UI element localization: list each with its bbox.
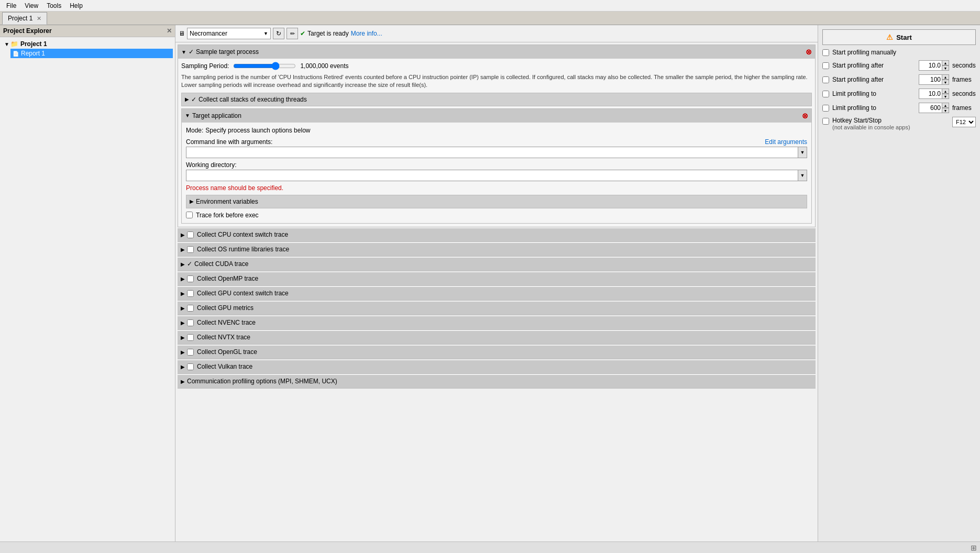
start-button-label: Start	[896, 34, 912, 41]
menu-view[interactable]: View	[20, 1, 42, 10]
sidebar-item-project1[interactable]: ▼ 📁 Project 1	[2, 39, 173, 49]
sample-target-section: ▼ ✓ Sample target process ⊗ Sampling Per…	[178, 45, 816, 227]
command-line-label: Command line with arguments:	[186, 138, 272, 146]
collect-row-5-label: Collect GPU metrics	[197, 304, 254, 312]
working-dir-input[interactable]	[186, 170, 798, 181]
sampling-period-slider[interactable]	[233, 62, 296, 70]
collect-row-2-arrow-icon: ▶	[181, 261, 185, 267]
env-vars-header[interactable]: ▶ Environment variables	[186, 195, 807, 208]
collect-row-9-label: Collect Vulkan trace	[197, 363, 252, 370]
report-name: Report 1	[21, 50, 45, 57]
start-after-frames-unit: frames	[952, 76, 976, 83]
collect-row-6-checkbox[interactable]	[187, 319, 194, 326]
collect-row-3-checkbox[interactable]	[187, 275, 194, 282]
menu-help[interactable]: Help	[65, 1, 87, 10]
collect-row-6-arrow-icon: ▶	[181, 320, 185, 326]
collect-row-4-checkbox[interactable]	[187, 290, 194, 297]
limit-seconds-down-btn[interactable]: ▼	[942, 94, 949, 99]
target-app-header[interactable]: ▼ Target application ⊗	[182, 109, 811, 123]
process-error-text: Process name should be specified.	[186, 184, 807, 192]
start-button[interactable]: ⚠ Start	[822, 29, 976, 45]
collect-row-9-checkbox[interactable]	[187, 363, 194, 370]
collect-row-6[interactable]: ▶ Collect NVENC trace	[178, 316, 816, 330]
tabbar: Project 1 ✕	[0, 12, 980, 25]
collect-row-1-checkbox[interactable]	[187, 246, 194, 253]
target-app-label: Target application	[192, 112, 241, 119]
working-dir-row: Working directory: ▼	[186, 161, 807, 181]
edit-arguments-link[interactable]: Edit arguments	[765, 138, 807, 146]
limit-seconds-input[interactable]	[919, 89, 942, 99]
collect-row-5[interactable]: ▶ Collect GPU metrics	[178, 302, 816, 315]
more-info-link[interactable]: More info...	[351, 30, 382, 37]
menubar: File View Tools Help	[0, 0, 980, 12]
env-vars-arrow-icon: ▶	[190, 198, 194, 204]
device-dropdown[interactable]: Necromancer ▼	[187, 28, 271, 39]
sample-target-header[interactable]: ▼ ✓ Sample target process ⊗	[178, 45, 815, 59]
trace-fork-checkbox[interactable]	[186, 212, 193, 218]
limit-frames-unit: frames	[952, 104, 976, 112]
call-stacks-label: Collect call stacks of executing threads	[199, 96, 307, 103]
limit-frames-checkbox[interactable]	[822, 105, 829, 112]
collect-row-10-label: Communication profiling options (MPI, SH…	[187, 378, 337, 385]
collect-row-10[interactable]: ▶ Communication profiling options (MPI, …	[178, 375, 816, 389]
command-line-row: Command line with arguments: Edit argume…	[186, 138, 807, 158]
limit-frames-input[interactable]	[919, 103, 942, 113]
hotkey-checkbox[interactable]	[822, 118, 829, 125]
settings-button[interactable]: ✏	[287, 28, 298, 39]
sidebar-title: Project Explorer	[3, 27, 52, 35]
trace-fork-label: Trace fork before exec	[196, 212, 259, 219]
working-dir-dropdown-btn[interactable]: ▼	[798, 170, 807, 181]
target-app-section: ▼ Target application ⊗ Mode: Specify pro…	[181, 108, 812, 224]
collect-row-0[interactable]: ▶ Collect CPU context switch trace	[178, 228, 816, 242]
limit-frames-label: Limit profiling to	[832, 104, 916, 112]
collect-row-0-label: Collect CPU context switch trace	[197, 231, 288, 238]
sampling-period-value: 1,000,000 events	[300, 62, 348, 70]
limit-seconds-checkbox[interactable]	[822, 91, 829, 97]
collect-row-3[interactable]: ▶ Collect OpenMP trace	[178, 272, 816, 286]
limit-frames-up-btn[interactable]: ▲	[942, 103, 949, 108]
command-line-dropdown-btn[interactable]: ▼	[798, 147, 807, 158]
collect-row-9[interactable]: ▶ Collect Vulkan trace	[178, 360, 816, 374]
frames-up-btn[interactable]: ▲	[942, 74, 949, 80]
tab-close-icon[interactable]: ✕	[37, 15, 41, 22]
start-after-frames-input[interactable]	[919, 74, 942, 85]
collect-row-1[interactable]: ▶ Collect OS runtime libraries trace	[178, 243, 816, 257]
collect-row-8-arrow-icon: ▶	[181, 349, 185, 355]
collect-rows-container: ▶ Collect CPU context switch trace ▶ Col…	[178, 228, 816, 389]
start-seconds-up-btn[interactable]: ▲	[942, 60, 949, 65]
collect-row-4[interactable]: ▶ Collect GPU context switch trace	[178, 287, 816, 301]
hotkey-select[interactable]: F12 F11 F10 F9	[952, 117, 976, 127]
start-after-seconds-input[interactable]	[919, 60, 942, 71]
collect-row-8[interactable]: ▶ Collect OpenGL trace	[178, 346, 816, 359]
sidebar-item-report1[interactable]: 📄 Report 1	[10, 49, 173, 58]
sample-target-check: ✓	[189, 48, 194, 56]
limit-frames-down-btn[interactable]: ▼	[942, 108, 949, 113]
command-line-input[interactable]	[186, 147, 798, 158]
start-after-seconds-checkbox[interactable]	[822, 62, 829, 69]
refresh-button[interactable]: ↻	[273, 28, 284, 39]
menu-tools[interactable]: Tools	[42, 1, 65, 10]
limit-seconds-row: Limit profiling to ▲ ▼ seconds	[822, 89, 976, 99]
start-after-frames-label: Start profiling after	[832, 76, 916, 83]
limit-seconds-unit: seconds	[952, 90, 976, 97]
start-manually-checkbox[interactable]	[822, 49, 829, 56]
statusbar: ⊞	[0, 541, 980, 553]
start-after-frames-checkbox[interactable]	[822, 76, 829, 83]
collect-row-0-checkbox[interactable]	[187, 231, 194, 238]
collect-row-7[interactable]: ▶ Collect NVTX trace	[178, 331, 816, 345]
limit-seconds-up-btn[interactable]: ▲	[942, 89, 949, 94]
start-seconds-down-btn[interactable]: ▼	[942, 65, 949, 71]
sidebar-close-icon[interactable]: ✕	[167, 27, 172, 35]
frames-down-btn[interactable]: ▼	[942, 80, 949, 85]
collect-row-7-checkbox[interactable]	[187, 334, 194, 341]
dropdown-arrow-icon[interactable]: ▼	[263, 31, 268, 36]
tab-project1[interactable]: Project 1 ✕	[2, 12, 47, 25]
sampling-period-label: Sampling Period:	[181, 62, 229, 70]
collect-row-8-checkbox[interactable]	[187, 349, 194, 356]
menu-file[interactable]: File	[2, 1, 20, 10]
collect-row-5-checkbox[interactable]	[187, 305, 194, 312]
call-stacks-header[interactable]: ▶ ✓ Collect call stacks of executing thr…	[182, 93, 811, 106]
collect-row-2[interactable]: ▶ ✓ Collect CUDA trace	[178, 258, 816, 271]
project-name: Project 1	[20, 40, 47, 48]
device-name: Necromancer	[190, 30, 263, 37]
